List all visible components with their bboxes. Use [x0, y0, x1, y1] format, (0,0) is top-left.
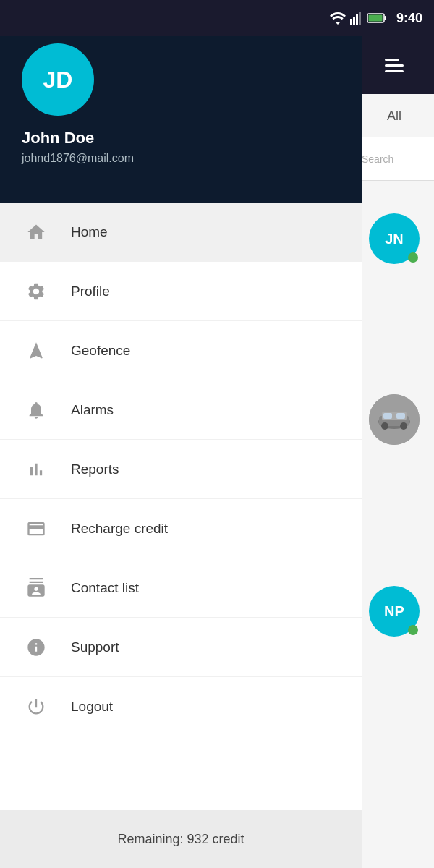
hamburger-icon[interactable]: [385, 59, 404, 72]
profile-label: Profile: [71, 284, 110, 299]
recharge-credit-label: Recharge credit: [71, 521, 168, 537]
bell-icon: [22, 396, 51, 425]
info-icon: [22, 633, 51, 662]
sidebar-item-reports[interactable]: Reports: [0, 440, 362, 499]
car-image: [369, 394, 420, 445]
contact-avatar-car[interactable]: [369, 394, 420, 445]
reports-label: Reports: [71, 461, 119, 477]
svg-rect-13: [383, 413, 392, 419]
contact-avatar-np[interactable]: NP: [369, 586, 420, 637]
gear-icon: [22, 277, 51, 306]
battery-icon: [367, 13, 386, 23]
right-toolbar: [354, 36, 434, 94]
svg-rect-14: [396, 413, 405, 419]
search-placeholder: Search: [362, 153, 393, 165]
wifi-icon: [330, 12, 346, 25]
all-label: All: [387, 109, 401, 124]
svg-rect-5: [368, 15, 382, 22]
sidebar-item-geofence[interactable]: Geofence: [0, 321, 362, 380]
remaining-credit: Remaining: 932 credit: [117, 832, 244, 847]
bar-chart-icon: [22, 455, 51, 484]
home-label: Home: [71, 224, 108, 240]
alarms-label: Alarms: [71, 402, 114, 418]
svg-point-11: [381, 422, 388, 430]
svg-rect-2: [356, 14, 358, 25]
user-avatar: JD: [22, 43, 94, 116]
user-email: johnd1876@mail.com: [22, 152, 340, 165]
sidebar-item-logout[interactable]: Logout: [0, 677, 362, 736]
svg-rect-1: [353, 17, 355, 25]
drawer-footer: Remaining: 932 credit: [0, 810, 362, 868]
support-label: Support: [71, 639, 119, 655]
geofence-label: Geofence: [71, 343, 130, 359]
drawer: JD John Doe johnd1876@mail.com Home Prof…: [0, 0, 362, 868]
sidebar-item-contact-list[interactable]: Contact list: [0, 558, 362, 618]
logout-label: Logout: [71, 699, 113, 715]
user-name: John Doe: [22, 129, 340, 148]
search-area[interactable]: Search: [354, 137, 434, 181]
svg-rect-6: [384, 16, 386, 20]
sidebar-item-alarms[interactable]: Alarms: [0, 380, 362, 440]
svg-rect-3: [359, 12, 361, 25]
navigate-icon: [22, 336, 51, 365]
contact-icon: [22, 574, 51, 603]
all-tab[interactable]: All: [354, 94, 434, 137]
menu-list: Home Profile Geofence Alarms: [0, 203, 362, 810]
sidebar-item-profile[interactable]: Profile: [0, 262, 362, 321]
contact-list-label: Contact list: [71, 580, 139, 596]
power-icon: [22, 692, 51, 721]
status-time: 9:40: [396, 11, 422, 26]
status-bar: 9:40: [0, 0, 434, 36]
online-indicator-np: [408, 625, 418, 635]
sidebar-item-home[interactable]: Home: [0, 203, 362, 262]
svg-rect-0: [350, 19, 352, 25]
sidebar-item-recharge-credit[interactable]: Recharge credit: [0, 499, 362, 558]
user-initials: JD: [43, 67, 73, 93]
sidebar-item-support[interactable]: Support: [0, 618, 362, 677]
contact-avatar-jn[interactable]: JN: [369, 213, 420, 264]
online-indicator-jn: [408, 252, 418, 263]
status-icons: 9:40: [330, 11, 422, 26]
signal-icon: [350, 12, 363, 25]
home-icon: [22, 218, 51, 247]
avatar-initials-jn: JN: [385, 231, 404, 247]
avatar-initials-np: NP: [384, 603, 404, 620]
credit-card-icon: [22, 514, 51, 543]
svg-point-12: [400, 422, 407, 430]
